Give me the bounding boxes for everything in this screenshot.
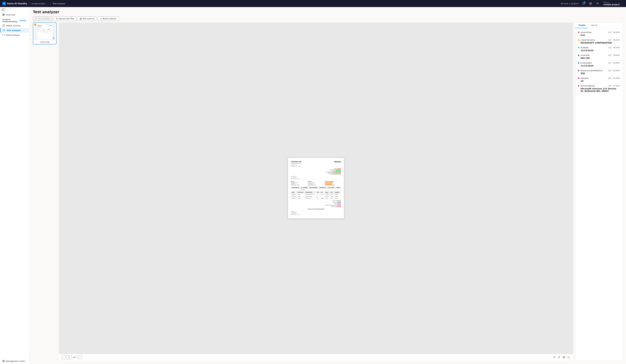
page-title: Test analyzer <box>33 10 623 14</box>
prev-page-button[interactable] <box>61 355 65 359</box>
sidebar-group-content-understanding: Content Understanding PREVIEW <box>0 17 29 23</box>
build-analyzer-button[interactable]: Build analyzer <box>98 16 119 21</box>
preview-footer: of 1 <box>59 354 573 361</box>
brand-logo[interactable]: Azure AI Foundry <box>2 2 27 5</box>
field-item: amountdue p.1 88.60% 610 <box>576 30 622 38</box>
field-name: serviceaddress <box>581 85 607 87</box>
field-value: INV-100 <box>578 57 620 59</box>
field-value: 10 <box>578 80 620 82</box>
field-confidence: 99.60% <box>613 70 620 72</box>
field-name: amountdue <box>581 31 607 33</box>
tab-result[interactable]: Result <box>588 23 601 28</box>
preview-pane: CONTOSO LTD. Contoso Headquarters 123 45… <box>59 23 573 361</box>
breadcrumb-sep-2: / <box>50 2 51 5</box>
field-name: duedate <box>581 46 607 49</box>
azure-icon <box>2 2 6 5</box>
field-item: salestax p.1 95.40% 10 <box>576 76 622 83</box>
rotate-button[interactable] <box>567 355 571 359</box>
user-icon[interactable] <box>595 1 600 6</box>
field-dot <box>578 55 579 56</box>
next-page-button[interactable] <box>78 355 82 359</box>
sidebar-item-overview-label: Overview <box>6 14 15 16</box>
sidebar-item-define-schema[interactable]: Define schema <box>0 23 29 28</box>
project-chevron-icon: ⌄ <box>621 2 623 5</box>
brand-name: Azure AI Foundry <box>7 2 27 5</box>
svg-rect-5 <box>4 14 4 15</box>
top-nav-right: All hubs + projects 1 Project sample-pro… <box>561 1 624 6</box>
breadcrumb-project[interactable]: sample-project <box>31 2 45 5</box>
sidebar-item-overview[interactable]: Overview <box>0 12 29 17</box>
zoom-in-button[interactable] <box>557 355 561 359</box>
sidebar-item-test-analyzer-label: Test analyzer <box>7 29 21 32</box>
field-confidence: 98.40% <box>613 39 620 41</box>
svg-rect-7 <box>3 15 3 16</box>
run-analysis-button[interactable]: Run analysis <box>33 16 52 21</box>
delete-file-button[interactable] <box>52 37 55 40</box>
notification-bell[interactable]: 1 <box>581 1 586 6</box>
sidebar-item-define-schema-label: Define schema <box>6 25 20 27</box>
edit-schema-button[interactable]: Edit schema <box>78 16 97 21</box>
field-value: 610 <box>578 34 620 36</box>
project-name: sample-project <box>603 3 620 5</box>
sidebar: Overview Content Understanding PREVIEW D… <box>0 7 29 364</box>
field-item: customername p.1 98.40% MICROSOFT CORPOR… <box>576 38 622 45</box>
sidebar-toggle[interactable] <box>0 7 29 12</box>
upload-test-files-button[interactable]: Upload test files <box>54 16 76 21</box>
hub-link[interactable]: All hubs + projects <box>561 2 579 5</box>
field-name: invoiceID <box>581 54 607 56</box>
field-page: p.1 <box>608 85 612 87</box>
project-label: Project <box>603 1 620 3</box>
field-name: customername <box>581 39 607 41</box>
management-center-label: Management center <box>6 360 25 362</box>
zoom-out-button[interactable] <box>552 355 557 359</box>
settings-icon[interactable] <box>588 1 593 6</box>
svg-point-9 <box>3 361 4 361</box>
field-item: serviceaddress p.1 97.80% Microsoft Serv… <box>576 83 622 93</box>
sidebar-management-center[interactable]: Management center <box>0 358 29 364</box>
svg-rect-2 <box>2 9 4 11</box>
project-icon: ⌄ <box>47 3 48 4</box>
svg-point-0 <box>590 3 591 4</box>
field-dot <box>578 39 579 41</box>
svg-marker-10 <box>36 18 37 19</box>
main-content: CONTOSO LTD. INVOICE Contoso Headquarter… <box>29 23 626 364</box>
zoom-controls <box>552 355 571 359</box>
sidebar-item-build-analyzer[interactable]: Build analyzer <box>0 33 29 37</box>
svg-line-13 <box>555 358 555 358</box>
field-value: 12/15/2019 <box>578 49 620 52</box>
field-value: MICROSOFT CORPORATION <box>578 42 620 44</box>
tab-fields[interactable]: Fields <box>576 23 588 28</box>
file-panel: CONTOSO LTD. INVOICE Contoso Headquarter… <box>33 23 56 361</box>
main-layout: Overview Content Understanding PREVIEW D… <box>0 7 626 364</box>
page-navigation: of 1 <box>61 355 82 359</box>
breadcrumb-sep-1: / <box>29 2 30 5</box>
file-card-invoice[interactable]: CONTOSO LTD. INVOICE Contoso Headquarter… <box>33 23 56 44</box>
field-page: p.1 <box>608 46 612 49</box>
field-confidence: 99.80% <box>613 47 620 49</box>
field-item: invoicedate p.1 99.80% 11/15/2019 <box>576 61 622 68</box>
svg-point-8 <box>3 29 4 30</box>
fields-list: amountdue p.1 88.60% 610 customername p.… <box>576 28 622 360</box>
fit-page-button[interactable] <box>562 355 566 359</box>
top-navigation: Azure AI Foundry / sample-project ⌄ / Te… <box>0 0 626 7</box>
field-page: p.1 <box>608 62 612 64</box>
preview-content: CONTOSO LTD. Contoso Headquarters 123 45… <box>59 23 573 354</box>
svg-rect-4 <box>3 14 3 15</box>
field-page: p.1 <box>608 39 612 41</box>
svg-line-16 <box>560 358 560 358</box>
project-switcher[interactable]: Project sample-project ⌄ <box>602 1 624 6</box>
field-dot <box>578 62 579 64</box>
content-area: Test analyzer Run analysis Upload test f… <box>29 7 626 364</box>
field-dot <box>578 32 579 33</box>
page-number-input[interactable] <box>67 355 72 359</box>
svg-rect-6 <box>4 15 4 16</box>
field-confidence: 88.60% <box>613 31 620 33</box>
field-confidence: 99.80% <box>613 62 620 64</box>
field-name: previousunpaidbalance <box>581 69 607 72</box>
sidebar-item-test-analyzer[interactable]: Test analyzer <box>0 28 29 33</box>
field-dot <box>578 78 579 79</box>
toolbar: Run analysis Upload test files Edit sche… <box>33 16 623 23</box>
field-dot <box>578 47 579 48</box>
field-item: previousunpaidbalance p.1 99.60% 500 <box>576 68 622 76</box>
field-name: salestax <box>581 77 607 79</box>
